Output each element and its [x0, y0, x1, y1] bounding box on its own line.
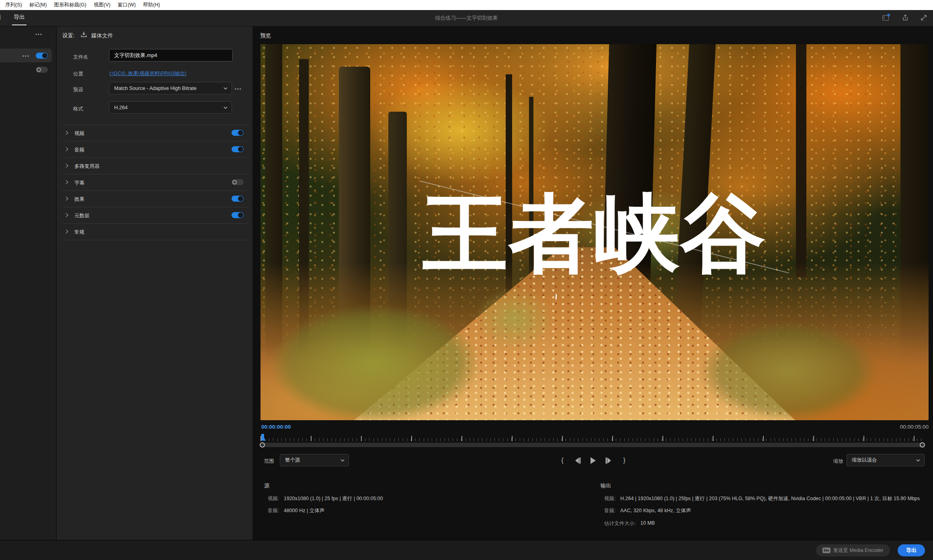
- workspace-icon[interactable]: [882, 14, 889, 21]
- section-metadata[interactable]: 元数据: [62, 207, 249, 224]
- source-video-label: 视频:: [268, 495, 279, 502]
- preset-label: 预设: [73, 86, 83, 93]
- mark-in-button[interactable]: {: [557, 455, 568, 466]
- section-label: 多路复用器: [74, 163, 100, 170]
- toggle-knob: [42, 53, 47, 58]
- output-title: 输出: [601, 482, 611, 489]
- settings-header-label: 设置:: [62, 32, 75, 39]
- chevron-right-icon: [66, 147, 68, 151]
- section-label: 效果: [74, 196, 84, 203]
- section-label: 视频: [74, 130, 84, 137]
- notification-dot: [887, 14, 890, 16]
- menu-item-view[interactable]: 视图(V): [90, 2, 114, 8]
- section-effects-toggle[interactable]: [232, 196, 244, 202]
- chevron-right-icon: [66, 164, 68, 168]
- media-encoder-icon: Me: [822, 548, 830, 553]
- preset-select[interactable]: Match Source - Adaptive High Bitrate: [109, 82, 232, 94]
- section-captions[interactable]: 字幕: [62, 174, 249, 191]
- step-forward-button[interactable]: [603, 455, 613, 466]
- chevron-down-icon: [340, 459, 344, 462]
- window-title: 综合练习——文字切割效果: [0, 14, 933, 22]
- title-bar: 辑 导出 综合练习——文字切割效果: [0, 10, 933, 27]
- output-audio-label: 音频:: [604, 507, 615, 514]
- section-multiplexer[interactable]: 多路复用器: [62, 158, 249, 174]
- menu-item-help[interactable]: 帮助(H): [139, 2, 164, 8]
- zoom-select[interactable]: 缩放以适合: [847, 454, 925, 466]
- output-filesize-label: 估计文件大小:: [604, 520, 636, 527]
- share-icon[interactable]: [902, 14, 909, 21]
- divider: [253, 475, 933, 475]
- media-file-icon: [80, 31, 87, 38]
- chevron-right-icon: [66, 196, 68, 201]
- chevron-down-icon: [224, 87, 228, 90]
- section-audio-toggle[interactable]: [232, 146, 244, 152]
- output-video-value: H.264 | 1920x1080 (1.0) | 25fps | 逐行 | 2…: [620, 495, 933, 502]
- export-button[interactable]: 导出: [898, 544, 925, 556]
- section-audio[interactable]: 音频: [62, 141, 249, 158]
- chevron-down-icon: [916, 459, 920, 462]
- section-video-toggle[interactable]: [232, 130, 244, 136]
- range-label: 范围: [264, 458, 274, 465]
- scrub-bar[interactable]: [260, 443, 925, 447]
- workspace-dots: [884, 16, 884, 17]
- menu-item-markers[interactable]: 标记(M): [26, 2, 51, 8]
- chevron-right-icon: [66, 180, 68, 184]
- menu-item-graphics-titles[interactable]: 图形和标题(G): [50, 2, 90, 8]
- range-select[interactable]: 整个源: [280, 454, 349, 466]
- source-audio-label: 音频:: [268, 507, 279, 514]
- destination-media-file-row[interactable]: •••: [0, 49, 52, 62]
- range-handle-left[interactable]: [260, 442, 265, 448]
- grass-patch: [675, 307, 902, 420]
- text-cursor-tick: [556, 294, 557, 299]
- toggle-knob: [238, 147, 243, 152]
- menu-item-window[interactable]: 窗口(W): [114, 2, 139, 8]
- section-video[interactable]: 视频: [62, 125, 249, 141]
- secondary-destination-toggle[interactable]: [36, 67, 48, 73]
- section-label: 音频: [74, 147, 84, 153]
- settings-sections: 视频 音频 多路复用器 字幕 效果 元数据 常规: [62, 125, 249, 240]
- timeline-ruler[interactable]: [260, 435, 925, 441]
- chevron-right-icon: [66, 131, 68, 135]
- video-preview: 王者峡谷: [260, 44, 929, 420]
- mark-out-button[interactable]: }: [619, 455, 630, 466]
- sidebar-more-icon[interactable]: •••: [35, 32, 43, 36]
- location-label: 位置: [73, 71, 83, 78]
- footer-bar: Me 发送至 Media Encoder 导出: [0, 540, 933, 560]
- play-button[interactable]: [588, 455, 598, 466]
- zoom-label: 缩放: [833, 458, 843, 465]
- zoom-value: 缩放以适合: [852, 457, 877, 464]
- toggle-knob: [238, 213, 243, 218]
- menu-bar: 序列(S) 标记(M) 图形和标题(G) 视图(V) 窗口(W) 帮助(H): [0, 0, 933, 10]
- section-general[interactable]: 常规: [62, 224, 249, 240]
- video-overlay-text: 王者峡谷: [422, 191, 767, 276]
- range-value: 整个源: [285, 457, 300, 464]
- destination-more-icon[interactable]: •••: [23, 54, 30, 58]
- output-audio-value: AAC, 320 Kbps, 48 kHz, 立体声: [620, 507, 691, 514]
- filename-input[interactable]: [109, 49, 233, 61]
- tree-trunk: [796, 44, 806, 277]
- source-audio-value: 48000 Hz | 立体声: [284, 507, 324, 514]
- section-captions-toggle[interactable]: [232, 179, 244, 185]
- export-settings-panel: 设置: 媒体文件 文件名 位置 I:\GC\0..效果\视频资料\PR\03输出…: [57, 27, 253, 540]
- section-label: 常规: [74, 229, 84, 236]
- fullscreen-icon[interactable]: [920, 14, 927, 21]
- step-back-button[interactable]: [572, 455, 583, 466]
- destination-sidebar: ••• •••: [0, 27, 56, 540]
- toggle-knob: [37, 67, 41, 72]
- preview-panel-title: 预览: [260, 32, 271, 39]
- destination-toggle[interactable]: [36, 53, 48, 59]
- grass-patch: [461, 277, 568, 360]
- format-value: H.264: [114, 105, 127, 110]
- format-select[interactable]: H.264: [109, 101, 232, 114]
- section-effects[interactable]: 效果: [62, 191, 249, 207]
- playhead[interactable]: [260, 434, 266, 441]
- section-label: 字幕: [74, 180, 84, 186]
- menu-item-sequence[interactable]: 序列(S): [2, 2, 26, 8]
- range-handle-right[interactable]: [920, 442, 925, 448]
- send-to-media-encoder-button[interactable]: Me 发送至 Media Encoder: [816, 544, 890, 556]
- preset-value: Match Source - Adaptive High Bitrate: [114, 86, 197, 91]
- source-title: 源: [264, 482, 269, 489]
- preset-more-icon[interactable]: •••: [235, 87, 242, 91]
- location-link[interactable]: I:\GC\0..效果\视频资料\PR\03输出\: [109, 70, 187, 77]
- section-metadata-toggle[interactable]: [232, 212, 244, 218]
